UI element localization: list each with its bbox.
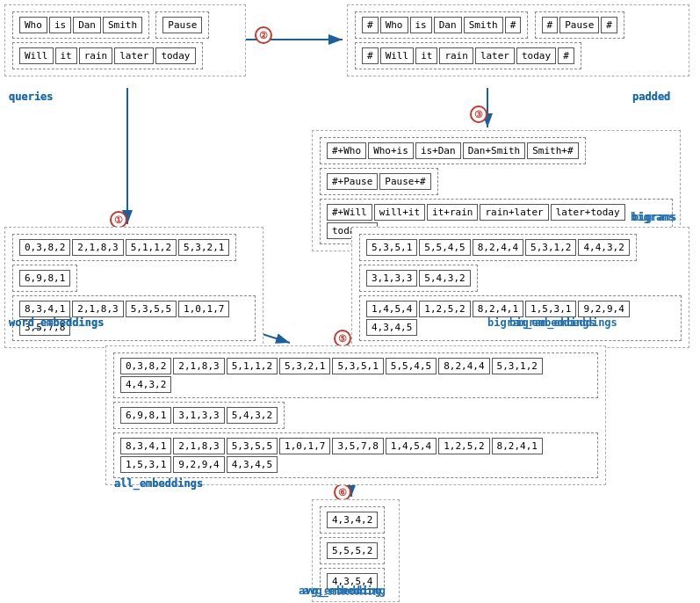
padded-container: # Who is Dan Smith # # Pause # # Will it… (347, 4, 689, 76)
token: 5,3,5,1 (332, 358, 383, 374)
token: Pause (559, 17, 599, 33)
token: 4,3,4,2 (327, 512, 378, 528)
ae-row1: 0,3,8,2 2,1,8,3 5,1,1,2 5,3,2,1 5,3,5,1 … (113, 352, 598, 398)
token: is (410, 17, 432, 33)
all-embeddings-container: 0,3,8,2 2,1,8,3 5,1,1,2 5,3,2,1 5,3,5,1 … (105, 345, 606, 485)
token: 1,4,5,4 (386, 438, 437, 454)
token: 0,3,8,2 (19, 239, 70, 256)
token: 1,2,5,2 (419, 301, 470, 317)
queries-row2: Pause (155, 11, 209, 39)
token: 8,2,4,4 (473, 239, 523, 256)
ae-label-text: all_embeddings (114, 477, 203, 490)
avg-row1: 4,3,4,2 (320, 506, 385, 534)
token: 8,2,4,4 (438, 358, 489, 374)
token: 5,3,5,1 (366, 239, 417, 256)
queries-row3: Will it rain later today (12, 42, 203, 69)
token: 1,0,1,7 (178, 301, 229, 317)
token: 5,5,4,5 (386, 358, 437, 374)
queries-container: Who is Dan Smith Pause Will it rain late… (4, 4, 246, 76)
avg-row2: 5,5,5,2 (320, 537, 385, 564)
token: 3,1,3,3 (173, 407, 224, 424)
step-3: ③ (470, 105, 487, 123)
token: # (558, 47, 574, 64)
padded-row1: # Who is Dan Smith # (355, 11, 528, 39)
token: later+today (551, 204, 625, 221)
ae-row2: 6,9,8,1 3,1,3,3 5,4,3,2 (113, 402, 285, 429)
token: #+Who (327, 142, 366, 159)
bigram-embeddings-container: 5,3,5,1 5,5,4,5 8,2,4,4 5,3,1,2 4,4,3,2 … (351, 227, 689, 348)
token: 8,2,4,1 (492, 438, 543, 454)
token: 1,2,5,2 (438, 438, 489, 454)
token: 3,5,7,8 (332, 438, 383, 454)
token: Smith+# (527, 142, 578, 159)
token: 5,4,3,2 (227, 407, 278, 424)
token: 2,1,8,3 (72, 301, 123, 317)
token: 5,3,2,1 (279, 358, 330, 374)
token: 5,1,1,2 (227, 358, 278, 374)
padded-row2: # Pause # (535, 11, 624, 39)
token: Dan+Smith (463, 142, 526, 159)
be-row1: 5,3,5,1 5,5,4,5 8,2,4,4 5,3,1,2 4,4,3,2 (359, 234, 637, 261)
token: Who+is (368, 142, 414, 159)
token: later (475, 47, 515, 64)
token: Will (380, 47, 415, 64)
bigrams-row1: #+Who Who+is is+Dan Dan+Smith Smith+# (320, 137, 586, 164)
token: rain+later (480, 204, 548, 221)
token: # (362, 17, 379, 33)
token: 5,3,1,2 (525, 239, 576, 256)
step-1: ① (110, 211, 127, 229)
token: 9,2,9,4 (173, 456, 224, 473)
token: Dan (73, 17, 101, 33)
token: rain (79, 47, 113, 64)
token: 4,4,3,2 (120, 376, 171, 393)
token: 5,5,4,5 (419, 239, 470, 256)
token: 1,5,3,1 (120, 456, 171, 473)
ae-row3: 8,3,4,1 2,1,8,3 5,3,5,5 1,0,1,7 3,5,7,8 … (113, 432, 598, 478)
token: rain (439, 47, 473, 64)
token: 8,3,4,1 (120, 438, 171, 454)
padded-row3: # Will it rain later today # (355, 42, 581, 69)
token: Who (380, 17, 408, 33)
bigrams-row2: #+Pause Pause+# (320, 168, 438, 195)
token: 5,1,1,2 (126, 239, 177, 256)
token: # (505, 17, 522, 33)
word-embeddings-container: 0,3,8,2 2,1,8,3 5,1,1,2 5,3,2,1 6,9,8,1 … (4, 227, 263, 348)
token: 2,1,8,3 (173, 438, 224, 454)
token: # (542, 17, 559, 33)
token: Smith (464, 17, 503, 33)
token: 5,3,5,5 (227, 438, 278, 454)
token: Smith (103, 17, 142, 33)
token: 5,3,1,2 (492, 358, 543, 374)
token: today (155, 47, 195, 64)
token: it (55, 47, 77, 64)
token: #+Pause (327, 173, 378, 190)
token: is (49, 17, 71, 33)
token: # (601, 17, 617, 33)
token: 4,4,3,2 (578, 239, 629, 256)
token: 4,3,4,5 (227, 456, 278, 473)
token: later (114, 47, 154, 64)
token: #+Will (327, 204, 372, 221)
token: 9,2,9,4 (578, 301, 629, 317)
token: will+it (374, 204, 425, 221)
step-2: ② (255, 26, 272, 44)
token: 2,1,8,3 (72, 239, 123, 256)
token: Dan (434, 17, 462, 33)
we-label-text: word_embeddings (9, 316, 104, 329)
token: 1,4,5,4 (366, 301, 417, 317)
token: Pause+# (379, 173, 430, 190)
token: 2,1,8,3 (173, 358, 224, 374)
token: is+Dan (415, 142, 461, 159)
token: 5,3,5,5 (126, 301, 177, 317)
token: 1,5,3,1 (525, 301, 576, 317)
token: it+rain (427, 204, 478, 221)
queries-label-text: queries (9, 91, 54, 103)
token: 8,2,4,1 (473, 301, 523, 317)
token: 5,3,2,1 (178, 239, 229, 256)
be-row2: 3,1,3,3 5,4,3,2 (359, 265, 478, 292)
we-row2: 6,9,8,1 (12, 265, 77, 292)
token: Pause (162, 17, 202, 33)
step-5: ⑤ (334, 330, 351, 347)
token: 6,9,8,1 (19, 270, 70, 287)
step-6: ⑥ (334, 483, 351, 501)
